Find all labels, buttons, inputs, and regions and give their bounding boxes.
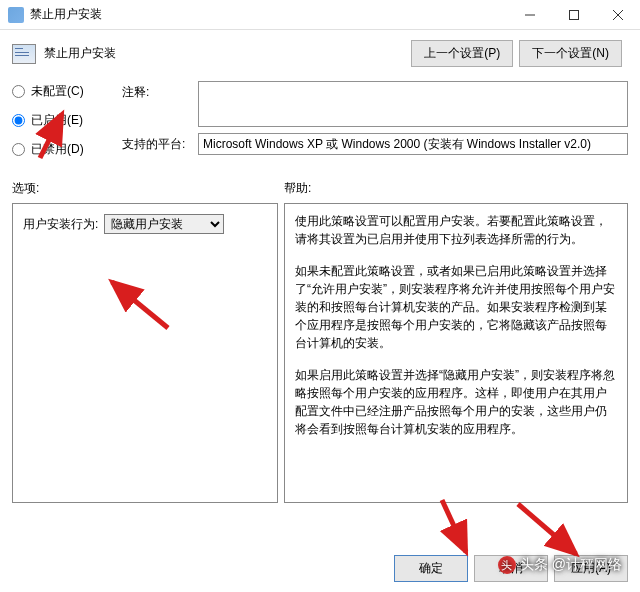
svg-rect-1 — [570, 10, 579, 19]
radio-not-configured[interactable]: 未配置(C) — [12, 83, 122, 100]
radio-enabled[interactable]: 已启用(E) — [12, 112, 122, 129]
behavior-label: 用户安装行为: — [23, 216, 98, 233]
comment-input[interactable] — [198, 81, 628, 127]
minimize-button[interactable] — [508, 0, 552, 30]
radio-not-configured-input[interactable] — [12, 85, 25, 98]
page-title: 禁止用户安装 — [44, 45, 411, 62]
help-paragraph: 如果启用此策略设置并选择“隐藏用户安装”，则安装程序将忽略按照每个用户安装的应用… — [295, 366, 617, 438]
app-icon — [8, 7, 24, 23]
supported-platform: Microsoft Windows XP 或 Windows 2000 (安装有… — [198, 133, 628, 155]
policy-icon — [12, 44, 36, 64]
svg-line-7 — [518, 504, 576, 554]
header: 禁止用户安装 上一个设置(P) 下一个设置(N) — [0, 30, 640, 81]
close-button[interactable] — [596, 0, 640, 30]
prev-setting-button[interactable]: 上一个设置(P) — [411, 40, 513, 67]
comment-label: 注释: — [122, 81, 192, 101]
config-area: 未配置(C) 已启用(E) 已禁用(D) 注释: 支持的平台: Microsof… — [0, 81, 640, 168]
behavior-select[interactable]: 隐藏用户安装 — [104, 214, 224, 234]
radio-disabled-input[interactable] — [12, 143, 25, 156]
help-paragraph: 使用此策略设置可以配置用户安装。若要配置此策略设置，请将其设置为已启用并使用下拉… — [295, 212, 617, 248]
ok-button[interactable]: 确定 — [394, 555, 468, 582]
window-controls — [508, 0, 640, 30]
cancel-button[interactable]: 取消 — [474, 555, 548, 582]
help-panel: 使用此策略设置可以配置用户安装。若要配置此策略设置，请将其设置为已启用并使用下拉… — [284, 203, 628, 503]
lower-panels: 用户安装行为: 隐藏用户安装 使用此策略设置可以配置用户安装。若要配置此策略设置… — [0, 203, 640, 503]
section-headers: 选项: 帮助: — [0, 168, 640, 203]
svg-line-6 — [442, 500, 466, 552]
window-title: 禁止用户安装 — [30, 6, 508, 23]
maximize-button[interactable] — [552, 0, 596, 30]
radio-disabled[interactable]: 已禁用(D) — [12, 141, 122, 158]
platform-label: 支持的平台: — [122, 133, 192, 153]
radio-enabled-input[interactable] — [12, 114, 25, 127]
radio-label: 已启用(E) — [31, 112, 83, 129]
help-paragraph: 如果未配置此策略设置，或者如果已启用此策略设置并选择了“允许用户安装”，则安装程… — [295, 262, 617, 352]
next-setting-button[interactable]: 下一个设置(N) — [519, 40, 622, 67]
radio-label: 未配置(C) — [31, 83, 84, 100]
state-radio-group: 未配置(C) 已启用(E) 已禁用(D) — [12, 81, 122, 158]
title-bar: 禁止用户安装 — [0, 0, 640, 30]
dialog-buttons: 确定 取消 应用(A) — [394, 555, 628, 582]
apply-button[interactable]: 应用(A) — [554, 555, 628, 582]
help-label: 帮助: — [284, 180, 311, 197]
options-panel: 用户安装行为: 隐藏用户安装 — [12, 203, 278, 503]
options-label: 选项: — [12, 180, 284, 197]
radio-label: 已禁用(D) — [31, 141, 84, 158]
